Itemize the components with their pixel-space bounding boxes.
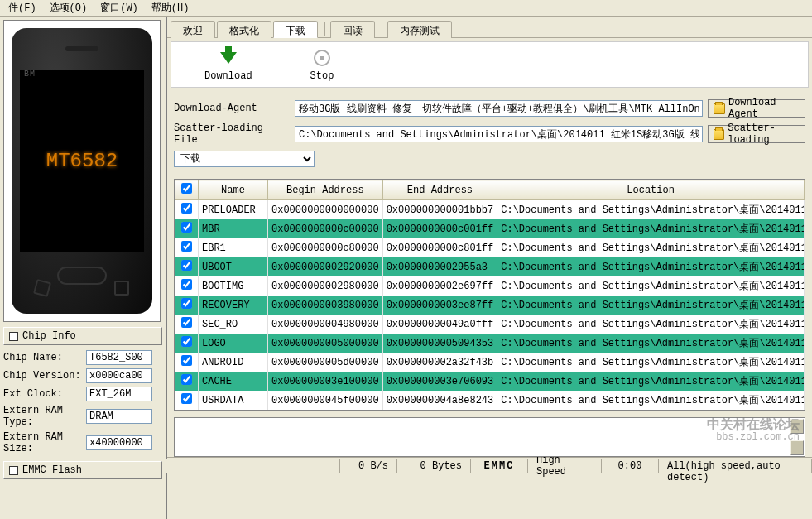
row-begin: 0x0000000005d00000 (268, 353, 383, 372)
chip-name-field[interactable] (86, 350, 152, 365)
ram-size-label: Extern RAM Size: (3, 431, 86, 454)
row-name: SEC_RO (199, 315, 268, 334)
row-name: UBOOT (199, 257, 268, 276)
row-name: CACHE (199, 372, 268, 391)
tab-download[interactable]: 下载 (273, 21, 318, 38)
right-panel: 欢迎 格式化 下载 回读 内存测试 Download Stop Download… (166, 17, 812, 519)
scatter-browse-button[interactable]: Scatter-loading (708, 125, 805, 143)
table-row[interactable]: MBR0x0000000000c000000x0000000000c001ffC… (175, 219, 805, 238)
tab-format[interactable]: 格式化 (217, 21, 271, 38)
tab-bar: 欢迎 格式化 下载 回读 内存测试 (167, 17, 812, 38)
ram-type-field[interactable] (86, 409, 152, 424)
da-path-field[interactable] (295, 100, 703, 117)
row-end: 0x000000004a8e8243 (382, 391, 497, 410)
scatter-path-field[interactable] (295, 126, 703, 142)
row-checkbox[interactable] (181, 260, 192, 271)
row-checkbox[interactable] (181, 203, 192, 214)
da-browse-button[interactable]: Download Agent (708, 99, 805, 118)
row-location: C:\Documents and Settings\Administrator\… (497, 334, 805, 353)
table-row[interactable]: EBR10x0000000000c800000x0000000000c801ff… (175, 238, 805, 257)
phone-home-icon (57, 267, 107, 285)
watermark: 中关村在线论坛 bbs.zol.com.cn (707, 420, 800, 443)
menu-file[interactable]: 件(F) (2, 0, 43, 17)
row-location: C:\Documents and Settings\Administrator\… (497, 276, 805, 296)
menu-window[interactable]: 窗口(W) (94, 0, 145, 17)
row-checkbox[interactable] (181, 298, 192, 309)
folder-icon (714, 129, 724, 140)
table-row[interactable]: ANDROID0x0000000005d000000x000000002a32f… (175, 353, 805, 372)
folder-icon (714, 103, 725, 114)
row-name: EBR1 (199, 238, 268, 257)
partition-table: Name Begin Address End Address Location … (174, 179, 805, 411)
row-name: RECOVERY (199, 296, 268, 315)
row-checkbox[interactable] (181, 393, 192, 404)
row-begin: 0x0000000000c80000 (268, 238, 383, 257)
row-name: MBR (199, 219, 268, 238)
table-row[interactable]: RECOVERY0x00000000039800000x0000000003ee… (175, 296, 805, 315)
ram-size-field[interactable] (86, 435, 152, 450)
row-begin: 0x0000000000c00000 (268, 219, 383, 238)
row-end: 0x0000000000c001ff (382, 219, 497, 238)
ext-clock-label: Ext Clock: (3, 388, 86, 400)
row-name: PRELOADER (199, 200, 268, 220)
col-begin[interactable]: Begin Address (268, 180, 383, 200)
square-icon (9, 466, 18, 475)
row-location: C:\Documents and Settings\Administrator\… (497, 372, 805, 391)
row-checkbox[interactable] (181, 374, 192, 385)
menu-options[interactable]: 选项(O) (43, 0, 94, 17)
log-area: 中关村在线论坛 bbs.zol.com.cn (174, 417, 805, 457)
tab-welcome[interactable]: 欢迎 (171, 21, 215, 38)
stop-button[interactable]: Stop (310, 47, 334, 82)
row-checkbox[interactable] (181, 279, 192, 290)
menu-help[interactable]: 帮助(H) (145, 0, 196, 17)
row-end: 0x0000000000c801ff (382, 238, 497, 257)
ext-clock-field[interactable] (86, 387, 152, 401)
row-end: 0x00000000049a0fff (382, 315, 497, 334)
table-row[interactable]: BOOTIMG0x00000000029800000x0000000002e69… (175, 276, 805, 296)
table-row[interactable]: UBOOT0x00000000029200000x0000000002955a3… (175, 257, 805, 276)
row-checkbox[interactable] (181, 355, 192, 366)
left-panel: BM MT6582 Chip Info Chip Name: Chip Vers… (0, 17, 166, 519)
row-location: C:\Documents and Settings\Administrator\… (497, 353, 805, 372)
chip-version-field[interactable] (86, 368, 152, 383)
table-row[interactable]: SEC_RO0x00000000049800000x00000000049a0f… (175, 315, 805, 334)
table-row[interactable]: CACHE0x000000003e1000000x000000003e70609… (175, 372, 805, 391)
row-checkbox[interactable] (181, 336, 192, 347)
row-location: C:\Documents and Settings\Administrator\… (497, 315, 805, 334)
stop-icon (314, 50, 330, 66)
tab-readback[interactable]: 回读 (330, 21, 375, 38)
chip-version-label: Chip Version: (3, 370, 86, 382)
row-begin: 0x000000003e100000 (268, 372, 383, 391)
row-begin: 0x0000000045f00000 (268, 391, 383, 410)
row-checkbox[interactable] (181, 317, 192, 328)
download-button[interactable]: Download (204, 47, 252, 82)
row-location: C:\Documents and Settings\Administrator\… (497, 200, 805, 220)
status-time: 0:00 (601, 459, 659, 473)
select-all-checkbox[interactable] (181, 183, 192, 194)
status-mode: High Speed (527, 459, 602, 473)
row-location: C:\Documents and Settings\Administrator\… (497, 257, 805, 276)
table-row[interactable]: USRDATA0x0000000045f000000x000000004a8e8… (175, 391, 805, 410)
row-begin: 0x0000000004980000 (268, 315, 383, 334)
row-checkbox[interactable] (181, 222, 192, 233)
row-checkbox[interactable] (181, 241, 192, 252)
scatter-label: Scatter-loading File (174, 123, 290, 146)
table-row[interactable]: LOGO0x00000000050000000x0000000005094353… (175, 334, 805, 353)
tab-memtest[interactable]: 内存测试 (387, 21, 452, 38)
status-storage: EMMC (470, 459, 528, 473)
menu-bar: 件(F) 选项(O) 窗口(W) 帮助(H) (0, 0, 812, 17)
table-row[interactable]: PRELOADER0x00000000000000000x00000000000… (175, 200, 805, 220)
phone-preview: BM MT6582 (3, 20, 161, 322)
row-begin: 0x0000000005000000 (268, 334, 383, 353)
status-usb: USB: DA Download All(high speed,auto det… (658, 459, 812, 473)
col-end[interactable]: End Address (382, 180, 497, 200)
row-end: 0x0000000005094353 (382, 334, 497, 353)
row-end: 0x0000000003ee87ff (382, 296, 497, 315)
row-name: ANDROID (199, 353, 268, 372)
square-icon (9, 332, 18, 341)
col-name[interactable]: Name (199, 180, 268, 200)
status-bytes: 0 Bytes (396, 459, 471, 473)
row-begin: 0x0000000000000000 (268, 200, 383, 220)
col-location[interactable]: Location (497, 180, 805, 200)
download-mode-select[interactable]: 下载 (174, 151, 315, 167)
